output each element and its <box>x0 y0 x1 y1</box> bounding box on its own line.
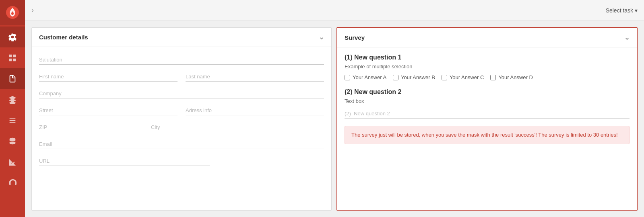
zip-input[interactable] <box>39 121 143 132</box>
survey-answer-b-checkbox[interactable] <box>393 75 398 80</box>
topbar-left: › <box>31 6 34 14</box>
select-task-label: Select task ▾ <box>606 7 638 14</box>
sidebar-item-chart[interactable] <box>0 152 25 173</box>
survey-notice: The survey just will be stored, when you… <box>345 126 630 144</box>
survey-q1-title: (1) New question 1 <box>345 54 630 61</box>
last-name-input[interactable] <box>186 70 324 82</box>
sidebar-item-stack[interactable] <box>0 110 25 131</box>
sidebar-item-layers[interactable] <box>0 89 25 110</box>
url-row <box>39 155 324 170</box>
street-input[interactable] <box>39 104 178 115</box>
survey-collapse-icon[interactable]: ⌄ <box>624 34 630 41</box>
survey-answer-c-checkbox[interactable] <box>442 75 447 80</box>
survey-notice-text: The survey just will be stored, when you… <box>351 132 618 138</box>
survey-answer-b[interactable]: Your Answer B <box>393 74 435 80</box>
survey-q2-subtitle: Text box <box>345 98 630 104</box>
salutation-field <box>39 53 324 65</box>
main-area: › Select task ▾ Customer details ⌄ <box>25 0 644 217</box>
sidebar-item-document[interactable] <box>0 68 25 89</box>
survey-q2-title: (2) New question 2 <box>345 88 630 96</box>
survey-answer-a-checkbox[interactable] <box>345 75 350 80</box>
survey-answer-d-label: Your Answer D <box>498 74 533 80</box>
customer-details-panel: Customer details ⌄ <box>31 27 332 211</box>
address-info-input[interactable] <box>186 104 324 115</box>
url-input[interactable] <box>39 155 210 166</box>
sidebar-item-headset[interactable] <box>0 173 25 194</box>
zip-field <box>39 121 143 132</box>
company-input[interactable] <box>39 87 324 98</box>
email-field <box>39 138 324 149</box>
survey-body: (1) New question 1 Example of multiple s… <box>337 47 637 151</box>
survey-q2-input[interactable] <box>345 107 630 119</box>
survey-question-1: (1) New question 1 Example of multiple s… <box>345 54 630 80</box>
customer-details-form <box>32 47 331 178</box>
email-row <box>39 138 324 153</box>
street-row <box>39 104 324 119</box>
sidebar <box>0 0 25 217</box>
survey-q1-answers: Your Answer A Your Answer B Your Answer … <box>345 74 630 80</box>
customer-details-title: Customer details <box>39 34 88 41</box>
survey-header: Survey ⌄ <box>337 28 637 47</box>
customer-details-collapse-icon[interactable]: ⌄ <box>319 33 324 41</box>
survey-answer-d[interactable]: Your Answer D <box>490 74 533 80</box>
salutation-row <box>39 53 324 69</box>
company-field <box>39 87 324 98</box>
survey-answer-c-label: Your Answer C <box>450 74 484 80</box>
sidebar-item-grid[interactable] <box>0 47 25 68</box>
customer-details-header: Customer details ⌄ <box>32 28 331 47</box>
survey-answer-a[interactable]: Your Answer A <box>345 74 386 80</box>
last-name-field <box>186 70 324 82</box>
survey-question-2: (2) New question 2 Text box <box>345 88 630 119</box>
survey-answer-c[interactable]: Your Answer C <box>442 74 484 80</box>
sidebar-item-gear[interactable] <box>0 27 25 47</box>
topbar: › Select task ▾ <box>25 0 644 21</box>
chevron-right-icon[interactable]: › <box>31 6 34 14</box>
salutation-input[interactable] <box>39 53 324 65</box>
sidebar-logo[interactable] <box>0 0 25 25</box>
company-row <box>39 87 324 102</box>
city-field <box>151 121 324 132</box>
select-task-dropdown[interactable]: Select task ▾ <box>606 7 638 14</box>
url-field <box>39 155 210 166</box>
first-name-input[interactable] <box>39 70 178 82</box>
survey-panel: Survey ⌄ (1) New question 1 Example of m… <box>336 27 638 211</box>
street-field <box>39 104 178 115</box>
first-name-field <box>39 70 178 82</box>
survey-answer-a-label: Your Answer A <box>353 74 386 80</box>
sidebar-item-database[interactable] <box>0 131 25 152</box>
zip-city-row <box>39 121 324 136</box>
survey-answer-b-label: Your Answer B <box>401 74 435 80</box>
survey-q1-subtitle: Example of multiple selection <box>345 63 630 70</box>
survey-answer-d-checkbox[interactable] <box>490 75 496 80</box>
survey-title: Survey <box>345 34 365 41</box>
city-input[interactable] <box>151 121 324 132</box>
content-area: Customer details ⌄ <box>25 21 644 217</box>
name-row <box>39 70 324 86</box>
address-info-field <box>186 104 324 115</box>
email-input[interactable] <box>39 138 324 149</box>
